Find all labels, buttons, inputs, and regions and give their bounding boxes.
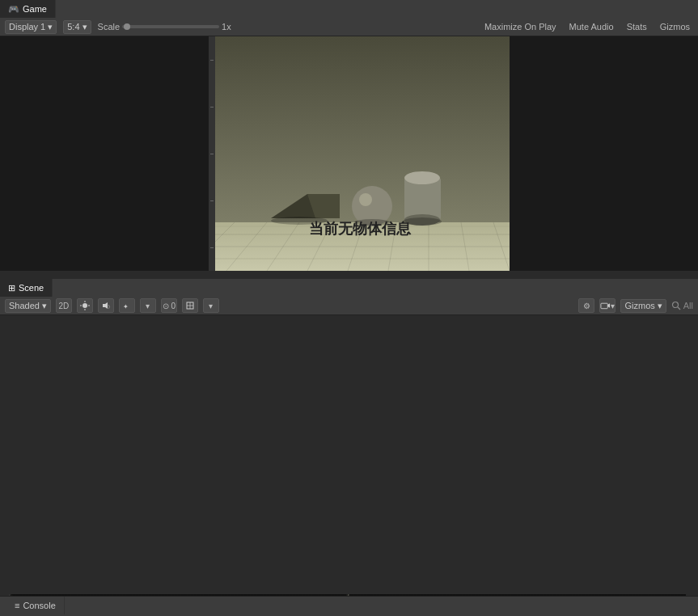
audio-btn[interactable]: )	[98, 298, 114, 313]
overlay-count-btn[interactable]: ⊙ 0	[161, 298, 177, 313]
game-panel: 🎮 Game Display 1 ▾ 5:4 ▾ Scale 1x Maximi…	[0, 0, 698, 279]
console-tab[interactable]: ≡ Console	[6, 597, 65, 614]
search-icon	[671, 301, 681, 310]
console-tab-label: Console	[23, 601, 55, 610]
svg-point-38	[672, 302, 678, 308]
scene-extras-arrow: ▾	[146, 302, 150, 310]
game-tab[interactable]: 🎮 Game	[0, 0, 56, 18]
audio-icon: )	[101, 301, 111, 310]
shaded-dropdown-arrow: ▾	[42, 301, 47, 311]
mute-audio-btn[interactable]: Mute Audio	[566, 22, 617, 32]
fx-icon: ✦	[122, 301, 132, 310]
scene-gizmos-arrow: ▾	[658, 301, 662, 311]
resolution-selector: 5:4 ▾	[63, 20, 91, 34]
transform-dropdown-btn[interactable]: ▾	[203, 298, 219, 313]
transform-btn[interactable]	[182, 298, 198, 313]
scene-camera-btn[interactable]: ▾	[599, 298, 616, 313]
search-placeholder: All	[683, 301, 693, 310]
game-viewport: 当前无物体信息	[210, 36, 510, 271]
camera-icon	[600, 301, 611, 310]
scene-panel: ⊞ Scene Shaded ▾ 2D ) ✦	[0, 279, 698, 596]
shaded-dropdown[interactable]: Shaded ▾	[5, 299, 51, 313]
svg-point-18	[359, 193, 372, 206]
game-ruler-left	[209, 36, 215, 271]
display-dropdown[interactable]: Display 1 ▾	[5, 20, 57, 34]
game-tab-label: Game	[23, 4, 47, 14]
svg-marker-30	[103, 302, 108, 309]
transform-icon	[185, 301, 195, 310]
scale-value: 1x	[222, 22, 231, 32]
scene-tab-bar: ⊞ Scene	[0, 279, 698, 297]
game-tab-bar: 🎮 Game	[0, 0, 698, 18]
scene-tab[interactable]: ⊞ Scene	[0, 279, 53, 297]
game-gizmos-btn[interactable]: Gizmos	[657, 22, 693, 32]
scale-control: Scale 1x	[98, 22, 231, 32]
transform-dropdown-arrow: ▾	[209, 302, 213, 310]
svg-point-25	[82, 303, 87, 308]
display-selector: Display 1 ▾	[5, 20, 57, 34]
resolution-dropdown-arrow: ▾	[82, 22, 87, 32]
scene-gizmos-dropdown[interactable]: Gizmos ▾	[620, 299, 666, 313]
maximize-on-play-btn[interactable]: Maximize On Play	[481, 22, 560, 32]
console-tab-icon: ≡	[15, 601, 19, 610]
game-overlay-text: 当前无物体信息	[309, 219, 411, 238]
fx-btn[interactable]: ✦	[119, 298, 135, 313]
resolution-dropdown[interactable]: 5:4 ▾	[63, 20, 91, 34]
game-left-area	[0, 36, 210, 271]
scale-thumb	[124, 23, 130, 30]
console-bar: ≡ Console	[0, 596, 698, 616]
scene-tab-icon: ⊞	[8, 283, 15, 293]
display-dropdown-arrow: ▾	[48, 22, 53, 32]
light-icon	[80, 301, 90, 310]
svg-point-20	[404, 171, 440, 184]
search-container: All	[671, 301, 693, 310]
svg-text:): )	[108, 304, 110, 309]
svg-text:✦: ✦	[123, 303, 129, 310]
game-tab-icon: 🎮	[8, 4, 19, 15]
game-toolbar: Display 1 ▾ 5:4 ▾ Scale 1x Maximize On P…	[0, 18, 698, 36]
lighting-btn[interactable]	[77, 298, 93, 313]
scene-settings-btn[interactable]: ⚙	[578, 298, 594, 313]
scale-label: Scale	[98, 22, 121, 32]
game-right-area	[510, 36, 698, 271]
game-background: 当前无物体信息	[210, 36, 510, 271]
camera-dropdown-arrow: ▾	[611, 302, 615, 310]
svg-rect-36	[601, 303, 607, 309]
svg-line-39	[678, 307, 680, 310]
scene-tab-label: Scene	[19, 283, 44, 293]
stats-btn[interactable]: Stats	[624, 22, 650, 32]
scale-track[interactable]	[122, 25, 219, 28]
2d-mode-btn[interactable]: 2D	[56, 298, 72, 313]
scene-extras-btn[interactable]: ▾	[140, 298, 156, 313]
scene-toolbar: Shaded ▾ 2D ) ✦ ▾	[0, 297, 698, 315]
